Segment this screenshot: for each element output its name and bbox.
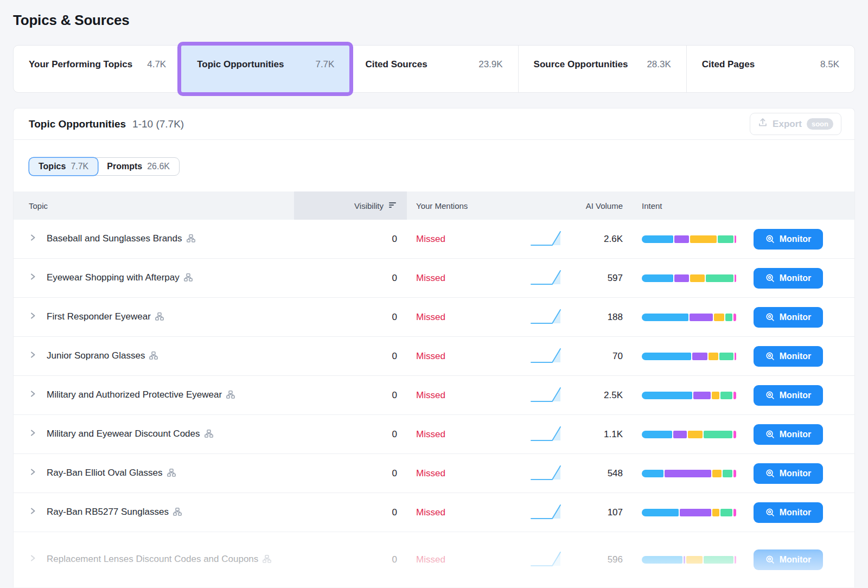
monitor-button[interactable]: Monitor (754, 346, 823, 367)
intent-segment (704, 556, 733, 564)
mentions-sparkline (529, 424, 563, 445)
sitemap-icon (226, 389, 235, 403)
expand-chevron-icon[interactable] (29, 311, 37, 323)
expand-chevron-icon[interactable] (29, 429, 37, 440)
monitor-magnifier-icon (765, 391, 775, 400)
topic-name[interactable]: Military and Authorized Protective Eyewe… (47, 388, 235, 403)
tab-cited-pages[interactable]: Cited Pages8.5K (686, 46, 854, 92)
monitor-button[interactable]: Monitor (754, 307, 823, 328)
sitemap-icon (149, 350, 158, 364)
intent-segment (718, 235, 733, 243)
tab-count: 28.3K (647, 57, 671, 72)
intent-segment (674, 235, 689, 243)
table-row: Military and Eyewear Discount Codes0Miss… (14, 415, 854, 454)
column-header-intent: Intent (623, 191, 754, 220)
tab-count: 7.7K (315, 57, 334, 72)
panel-title: Topic Opportunities (29, 118, 126, 130)
monitor-label: Monitor (780, 312, 812, 322)
monitor-label: Monitor (780, 508, 812, 517)
visibility-value: 0 (294, 390, 407, 401)
topic-name[interactable]: Junior Soprano Glasses (47, 349, 158, 364)
visibility-value: 0 (294, 507, 407, 518)
monitor-cell: Monitor (754, 229, 823, 250)
monitor-button[interactable]: Monitor (754, 268, 823, 289)
topic-name[interactable]: Military and Eyewear Discount Codes (47, 427, 213, 442)
topic-name[interactable]: Replacement Lenses Discount Codes and Co… (47, 552, 271, 567)
intent-segment (720, 509, 732, 516)
topic-name[interactable]: Baseball and Sunglasses Brands (47, 232, 195, 247)
tab-label: Topic Opportunities (197, 57, 310, 72)
export-button[interactable]: Export soon (750, 113, 841, 135)
visibility-header-label: Visibility (354, 201, 384, 210)
monitor-button[interactable]: Monitor (754, 424, 823, 445)
mentions-status: Missed (407, 468, 529, 479)
tab-topic-opportunities[interactable]: Topic Opportunities7.7K (181, 46, 349, 92)
toggle-prompts[interactable]: Prompts 26.6K (98, 158, 179, 175)
page-title: Topics & Sources (13, 12, 855, 29)
toggle-section: Topics 7.7K Prompts 26.6K (14, 140, 854, 191)
intent-segment (642, 353, 691, 360)
toggle-topics[interactable]: Topics 7.7K (29, 158, 98, 175)
expand-chevron-icon[interactable] (29, 389, 37, 401)
tab-label: Cited Pages (702, 57, 815, 72)
intent-segment (725, 314, 732, 321)
expand-chevron-icon[interactable] (29, 350, 37, 362)
intent-segment (733, 509, 736, 516)
topic-name[interactable]: First Responder Eyewear (47, 310, 164, 325)
expand-chevron-icon[interactable] (29, 507, 37, 518)
mentions-sparkline (529, 346, 563, 367)
mentions-status: Missed (407, 312, 529, 323)
monitor-button[interactable]: Monitor (754, 229, 823, 250)
monitor-cell: Monitor (754, 463, 823, 484)
monitor-label: Monitor (780, 391, 812, 400)
intent-segment (686, 556, 703, 564)
intent-cell (623, 556, 754, 564)
ai-volume-value: 1.1K (563, 429, 623, 440)
sitemap-icon (263, 553, 271, 567)
tab-count: 4.7K (147, 57, 166, 72)
column-header-visibility[interactable]: Visibility (294, 191, 407, 220)
tab-count: 23.9K (478, 57, 502, 72)
intent-bar (642, 392, 736, 399)
topic-cell: First Responder Eyewear (14, 310, 294, 325)
expand-chevron-icon[interactable] (29, 233, 37, 245)
topic-cell: Ray-Ban Elliot Oval Glasses (14, 466, 294, 481)
visibility-value: 0 (294, 351, 407, 362)
intent-bar (642, 509, 736, 516)
tab-your-performing-topics[interactable]: Your Performing Topics4.7K (14, 46, 181, 92)
intent-segment (719, 353, 733, 360)
tab-count: 8.5K (820, 57, 839, 72)
topic-name[interactable]: Eyewear Shopping with Afterpay (47, 271, 193, 286)
tab-label: Cited Sources (365, 57, 473, 72)
table-row: Junior Soprano Glasses0Missed70Monitor (14, 337, 854, 376)
toggle-topics-label: Topics (39, 162, 66, 171)
topics-prompts-toggle: Topics 7.7K Prompts 26.6K (29, 157, 180, 176)
expand-chevron-icon[interactable] (29, 468, 37, 479)
topic-cell: Ray-Ban RB5277 Sunglasses (14, 505, 294, 520)
intent-segment (733, 431, 736, 438)
intent-segment (642, 392, 692, 399)
intent-segment (642, 274, 673, 282)
monitor-label: Monitor (780, 351, 812, 361)
monitor-button[interactable]: Monitor (754, 463, 823, 484)
topic-name[interactable]: Ray-Ban RB5277 Sunglasses (47, 505, 182, 520)
ai-volume-value: 597 (563, 273, 623, 284)
sitemap-icon (155, 311, 164, 325)
intent-segment (642, 235, 673, 243)
column-header-topic: Topic (14, 191, 294, 220)
expand-chevron-icon[interactable] (29, 272, 37, 284)
mentions-status: Missed (407, 234, 529, 245)
sitemap-icon (173, 506, 182, 520)
topic-name[interactable]: Ray-Ban Elliot Oval Glasses (47, 466, 176, 481)
intent-bar (642, 274, 736, 282)
intent-segment (720, 392, 732, 399)
intent-bar (642, 353, 736, 360)
monitor-button[interactable]: Monitor (754, 549, 823, 570)
tab-cited-sources[interactable]: Cited Sources23.9K (349, 46, 518, 92)
intent-segment (688, 431, 703, 438)
tab-source-opportunities[interactable]: Source Opportunities28.3K (518, 46, 686, 92)
monitor-button[interactable]: Monitor (754, 502, 823, 523)
expand-chevron-icon[interactable] (29, 554, 37, 565)
table-row: Replacement Lenses Discount Codes and Co… (14, 532, 854, 587)
monitor-button[interactable]: Monitor (754, 385, 823, 406)
